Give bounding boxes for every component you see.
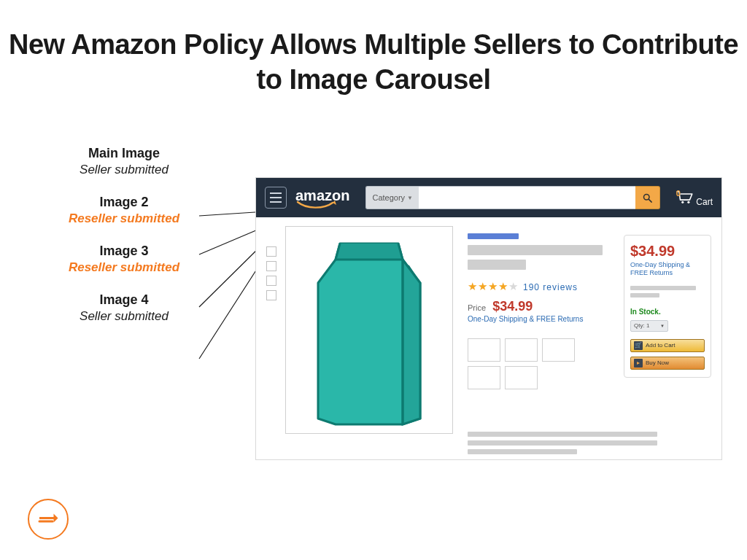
image-thumbnails (266, 246, 276, 300)
button-label: Add to Cart (646, 342, 675, 349)
image-labels: Main Image Seller submitted Image 2 Rese… (29, 146, 219, 341)
label-title: Image 3 (29, 244, 219, 259)
cart-link[interactable]: 0 Cart (669, 189, 713, 207)
brand-logo-badge (28, 499, 69, 540)
brand-placeholder (468, 233, 519, 239)
qty-label: Qty: 1 (634, 322, 649, 329)
buy-box: $34.99 One-Day Shipping & FREE Returns I… (624, 235, 711, 378)
placeholder-line (630, 286, 696, 290)
buybox-price: $34.99 (630, 243, 705, 260)
stock-status: In Stock. (630, 308, 705, 316)
title-placeholder (468, 260, 526, 270)
amazon-smile-icon (296, 201, 338, 211)
price-row: Price $34.99 One-Day Shipping & FREE Ret… (468, 299, 610, 324)
thumbnail[interactable] (266, 246, 276, 257)
price-value: $34.99 (492, 299, 533, 314)
search-bar: Category ▼ (365, 186, 659, 209)
caret-down-icon: ▼ (407, 195, 413, 201)
slide-title: New Amazon Policy Allows Multiple Seller… (0, 28, 747, 97)
buy-now-button[interactable]: ▸ Buy Now (630, 357, 705, 370)
search-category-dropdown[interactable]: Category ▼ (365, 186, 419, 209)
star-rating: ★★★★★190 reviews (468, 280, 610, 293)
product-page: ★★★★★190 reviews Price $34.99 One-Day Sh… (256, 217, 721, 461)
variant-thumbnails (468, 338, 610, 389)
caret-down-icon: ▼ (660, 324, 665, 328)
title-placeholder (468, 245, 603, 255)
variant-thumb[interactable] (468, 366, 500, 389)
label-title: Main Image (29, 146, 219, 161)
label-image-3: Image 3 Reseller submitted (29, 244, 219, 275)
label-subtitle: Seller submitted (29, 163, 219, 177)
reviews-link[interactable]: 190 reviews (523, 282, 578, 292)
cart-mini-icon: 🛒 (634, 341, 643, 350)
thumbnail[interactable] (266, 290, 276, 300)
label-title: Image 4 (29, 292, 219, 308)
label-image-2: Image 2 Reseller submitted (29, 195, 219, 226)
variant-thumb[interactable] (542, 338, 575, 362)
label-subtitle: Seller submitted (29, 309, 219, 324)
label-image-4: Image 4 Seller submitted (29, 292, 219, 324)
description-placeholder (468, 432, 657, 454)
main-product-image (285, 226, 453, 434)
buybox-shipping: One-Day Shipping & FREE Returns (630, 261, 705, 277)
qty-selector[interactable]: Qty: 1 ▼ (630, 320, 668, 332)
brand-logo-icon (37, 511, 59, 527)
cart-count: 0 (676, 189, 681, 198)
variant-thumb[interactable] (468, 338, 500, 362)
label-subtitle: Reseller submitted (29, 260, 219, 275)
thumbnail[interactable] (266, 276, 276, 286)
svg-point-7 (688, 201, 690, 203)
variant-thumb[interactable] (505, 366, 538, 389)
category-label: Category (372, 193, 405, 202)
placeholder-line (630, 293, 659, 298)
cart-label: Cart (696, 197, 713, 207)
label-main-image: Main Image Seller submitted (29, 146, 219, 177)
search-input[interactable] (419, 186, 635, 209)
shipping-text: One-Day Shipping & FREE Returns (468, 315, 583, 324)
add-to-cart-button[interactable]: 🛒 Add to Cart (630, 339, 705, 352)
product-info: ★★★★★190 reviews Price $34.99 One-Day Sh… (468, 233, 610, 389)
search-icon (642, 192, 653, 203)
label-subtitle: Reseller submitted (29, 211, 219, 226)
play-mini-icon: ▸ (634, 359, 643, 368)
svg-point-6 (681, 201, 684, 203)
menu-icon[interactable] (265, 187, 287, 209)
amazon-navbar: amazon Category ▼ 0 (256, 178, 721, 217)
search-button[interactable] (635, 186, 660, 209)
product-bag-icon (311, 238, 427, 427)
price-label: Price (468, 303, 486, 312)
variant-thumb[interactable] (505, 338, 538, 362)
slide: New Amazon Policy Allows Multiple Seller… (0, 0, 747, 560)
amazon-mock: amazon Category ▼ 0 (255, 177, 722, 460)
label-title: Image 2 (29, 195, 219, 210)
button-label: Buy Now (646, 359, 669, 366)
amazon-logo: amazon (295, 187, 349, 209)
thumbnail[interactable] (266, 261, 276, 271)
svg-line-5 (649, 199, 651, 202)
